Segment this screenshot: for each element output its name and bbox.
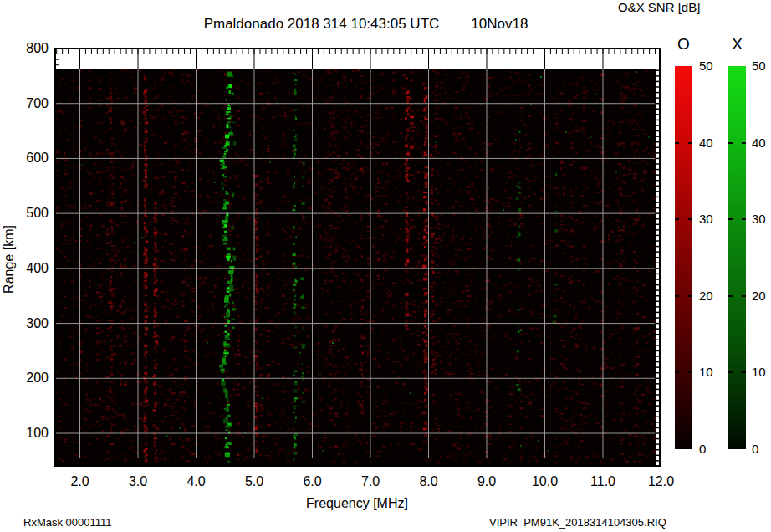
colorbar-o-gradient <box>675 66 692 449</box>
colorbar-tick-dash <box>728 371 733 373</box>
colorbar-tick-dash <box>675 218 679 220</box>
colorbar-tick-dash <box>742 218 746 220</box>
y-tick-label: 100 <box>15 426 49 441</box>
y-tick-label: 600 <box>15 151 49 166</box>
station-date-title: Pmaldonado 2018 314 10:43:05 UTC <box>204 16 440 33</box>
colorbar-tick-label: 30 <box>699 212 726 226</box>
y-axis-label: Range [km] <box>2 209 17 309</box>
colorbar-tick-label: 50 <box>699 59 726 73</box>
colorbar-tick-dash <box>742 295 746 297</box>
colorbar-tick-dash <box>688 295 692 297</box>
colorbar-tick-dash <box>675 295 679 297</box>
colorbar-tick-dash <box>728 295 733 297</box>
colorbar-title: O&X SNR [dB] <box>618 0 700 14</box>
x-tick-label: 7.0 <box>351 474 390 489</box>
colorbar-tick-dash <box>675 371 679 373</box>
y-tick-label: 700 <box>15 96 49 111</box>
colorbar-tick-dash <box>728 142 733 144</box>
plot-title-row: Pmaldonado 2018 314 10:43:05 UTC 10Nov18 <box>0 16 732 33</box>
colorbar-tick-dash <box>728 218 733 220</box>
y-tick-label: 300 <box>15 316 49 331</box>
colorbar-x-gradient <box>728 66 746 449</box>
x-tick-label: 5.0 <box>235 474 273 489</box>
data-filename: VIPIR PM91K_2018314104305.RIQ <box>489 516 666 529</box>
colorbar-tick-dash <box>742 371 746 373</box>
y-tick-label: 200 <box>15 371 49 386</box>
colorbar-tick-label: 40 <box>752 136 771 150</box>
x-tick-label: 10.0 <box>526 474 564 489</box>
x-tick-label: 8.0 <box>410 474 448 489</box>
x-axis-label: Frequency [MHz] <box>273 496 441 511</box>
y-tick-label: 500 <box>15 206 49 221</box>
colorbar-tick-label: 10 <box>752 366 771 379</box>
y-tick-label: 400 <box>15 261 49 276</box>
x-tick-label: 3.0 <box>119 474 157 489</box>
colorbar-tick-label: 0 <box>699 442 726 456</box>
title-date: 10Nov18 <box>471 16 528 33</box>
colorbar-tick-label: 20 <box>752 289 771 303</box>
x-tick-label: 9.0 <box>467 474 506 489</box>
colorbar-tick-dash <box>688 371 692 373</box>
rxmask-status: RxMask 00001111 <box>23 516 112 529</box>
x-tick-label: 11.0 <box>584 474 622 489</box>
x-tick-label: 4.0 <box>177 474 216 489</box>
colorbar-tick-label: 10 <box>699 366 726 379</box>
colorbar-x-label: X <box>728 35 746 54</box>
colorbar-tick-label: 50 <box>752 59 771 73</box>
colorbar-tick-dash <box>675 142 679 144</box>
colorbar-o-label: O <box>675 35 692 54</box>
y-tick-label: 800 <box>15 41 49 56</box>
x-tick-label: 6.0 <box>294 474 332 489</box>
colorbar-tick-label: 0 <box>752 442 771 456</box>
x-tick-label: 12.0 <box>642 474 681 489</box>
ionogram-heatmap-canvas <box>54 48 661 467</box>
colorbar-tick-label: 20 <box>699 289 726 303</box>
colorbar-tick-label: 40 <box>699 136 726 150</box>
colorbar-tick-dash <box>688 218 692 220</box>
colorbar-tick-dash <box>742 142 746 144</box>
colorbar-tick-dash <box>688 142 692 144</box>
colorbar-tick-label: 30 <box>752 212 771 226</box>
x-tick-label: 2.0 <box>61 474 100 489</box>
